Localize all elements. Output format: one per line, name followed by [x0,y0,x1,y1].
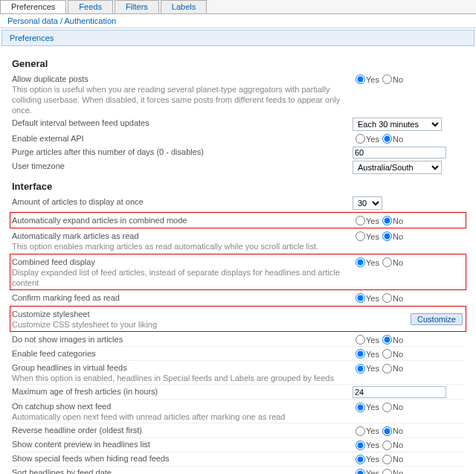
select-default-interval[interactable]: Each 30 minutes [353,118,442,131]
tab-feeds[interactable]: Feeds [68,0,113,13]
help-group-virtual: When this option is enabled, headlines i… [12,373,350,383]
tab-labels[interactable]: Labels [161,0,207,13]
label-special-hide: Show special feeds when hiding read feed… [12,453,353,464]
radio-combined-display[interactable]: YesNo [353,257,464,268]
label-content-preview: Show content preview in headlines list [12,439,353,449]
radio-sort-feed-date[interactable]: YesNo [353,467,464,474]
radio-auto-mark-read[interactable]: YesNo [353,231,464,242]
label-amount-articles: Amount of articles to display at once [12,196,353,207]
label-default-interval: Default interval between feed updates [12,118,353,128]
panel-title-preferences[interactable]: Preferences [1,30,475,46]
label-reverse-order: Reverse headline order (oldest first) [12,425,353,435]
label-max-age: Maximum age of fresh articles (in hours) [12,386,353,397]
subnav-personal-data[interactable]: Personal data / Authentication [0,14,476,28]
label-allow-duplicate: Allow duplicate posts [12,74,89,83]
help-catchup-next: Automatically open next feed with unread… [12,411,350,422]
label-customize-css: Customize stylesheet [12,310,90,318]
label-sort-feed-date: Sort headlines by feed date [12,468,112,474]
tab-filters[interactable]: Filters [115,0,159,13]
label-combined-display: Combined feed display [12,257,95,266]
label-timezone: User timezone [12,161,353,171]
radio-allow-duplicate[interactable]: YesNo [353,74,464,85]
radio-auto-expand[interactable]: YesNo [353,215,464,226]
radio-group-virtual[interactable]: YesNo [353,362,464,374]
input-max-age[interactable] [353,386,446,398]
label-feed-categories: Enable feed categories [12,348,353,359]
help-customize-css: Customize CSS stylesheet to your liking [12,319,348,330]
input-purge-days[interactable] [353,147,446,158]
radio-content-preview[interactable]: YesNo [353,439,464,450]
radio-special-hide[interactable]: YesNo [353,453,464,464]
help-combined-display: Display expanded list of feed articles, … [12,267,350,288]
radio-no-images[interactable]: YesNo [353,334,464,345]
radio-confirm-mark[interactable]: YesNo [353,292,464,304]
label-auto-mark-read: Automatically mark articles as read [12,231,139,240]
radio-enable-api[interactable]: YesNo [353,133,464,144]
label-enable-api: Enable external API [12,133,353,144]
radio-reverse-order[interactable]: YesNo [353,425,464,436]
label-catchup-next: On catchup show next feed [12,402,111,411]
label-purge-days: Purge articles after this number of days… [12,147,353,157]
radio-catchup-next[interactable]: YesNo [353,401,464,412]
heading-interface: Interface [12,181,464,192]
label-confirm-mark: Confirm marking feed as read [12,292,353,303]
main-tabs: Preferences Feeds Filters Labels [0,0,476,14]
help-auto-mark-read: This option enables marking articles as … [12,241,350,252]
help-allow-duplicate: This option is useful when you are readi… [12,84,350,115]
heading-general: General [12,58,464,69]
label-group-virtual: Group headlines in virtual feeds [12,363,127,372]
radio-feed-categories[interactable]: YesNo [353,348,464,359]
select-timezone[interactable]: Australia/South [353,161,442,174]
label-auto-expand: Automatically expand articles in combine… [12,215,353,225]
select-amount-articles[interactable]: 30 [353,196,382,210]
preferences-content: General Allow duplicate posts This optio… [0,48,476,474]
label-no-images: Do not show images in articles [12,334,353,345]
tab-preferences[interactable]: Preferences [0,0,66,13]
customize-button[interactable]: Customize [411,313,463,325]
